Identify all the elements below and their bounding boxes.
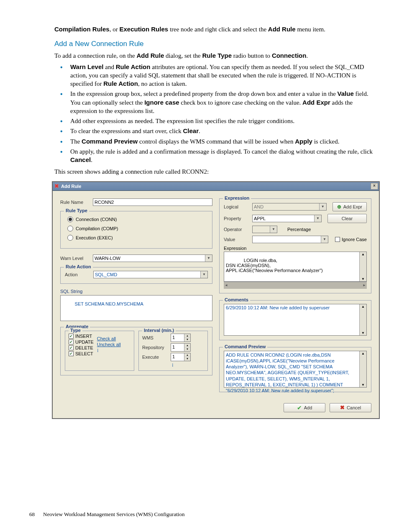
intro-paragraph: Compilation Rules, or Execution Rules tr… xyxy=(54,25,374,33)
bullet-1: Warn Level and Rule Action attributes ar… xyxy=(54,63,374,88)
type-delete[interactable]: DELETE xyxy=(69,345,94,350)
chevron-down-icon: ▼ xyxy=(200,271,207,278)
spin-down-icon: ▼ xyxy=(184,347,190,351)
checkbox-icon xyxy=(69,351,74,356)
check-icon: ✔ xyxy=(297,404,302,411)
page-footer: 68 Neoview Workload Management Services … xyxy=(29,511,374,518)
sql-string-input[interactable]: SET SCHEMA NEO.MYSCHEMA xyxy=(60,295,212,321)
page-number: 68 xyxy=(29,511,35,518)
operator-label: Operator xyxy=(224,227,249,232)
close-icon: ✖ xyxy=(340,404,345,411)
scrollbar-vertical[interactable]: ▲▼ xyxy=(359,351,366,387)
close-icon[interactable]: × xyxy=(371,183,378,190)
comments-text[interactable]: 6/29/2010 10:12 AM: New rule added by su… xyxy=(224,304,367,336)
add-expr-button[interactable]: ⊕ Add Expr xyxy=(332,202,367,211)
radio-icon xyxy=(67,216,73,222)
type-legend: Type xyxy=(69,328,82,333)
comments-group: Comments 6/29/2010 10:12 AM: New rule ad… xyxy=(219,300,371,340)
sql-string-label: SQL String xyxy=(60,289,212,294)
intro-bold2: Execution Rules xyxy=(119,26,168,33)
int-wms-spin[interactable]: 1▲▼ xyxy=(171,334,191,342)
checkbox-icon xyxy=(69,339,74,344)
logical-label: Logical xyxy=(224,204,249,209)
int-repo-label: Repository xyxy=(142,345,167,350)
rule-action-legend: Rule Action xyxy=(64,264,93,269)
interval-group: Interval (min.) WMS 1▲▼ Repository 1▲▼ xyxy=(138,331,208,371)
dotted-link[interactable]: ⁞ xyxy=(97,348,121,353)
add-button[interactable]: ✔ Add xyxy=(284,403,325,412)
section-heading: Add a New Connection Rule xyxy=(54,40,374,48)
type-select[interactable]: SELECT xyxy=(69,351,94,356)
property-select[interactable]: APPL ▼ xyxy=(252,215,322,222)
type-insert[interactable]: INSERT xyxy=(69,334,94,339)
expression-legend: Expression xyxy=(223,195,251,200)
bullet-3: Add other expressions as needed. The exp… xyxy=(54,117,374,125)
chevron-down-icon: ▼ xyxy=(205,255,212,262)
scrollbar-vertical[interactable]: ▲▼ xyxy=(359,252,366,281)
logical-select[interactable]: AND ▼ xyxy=(252,203,327,211)
int-wms-label: WMS xyxy=(142,335,167,340)
bullet-2: In the expression group box, select a pr… xyxy=(54,90,374,115)
preview-group: Command Preview ADD RULE CONN RCONN2 (LO… xyxy=(219,347,371,392)
spin-up-icon: ▲ xyxy=(184,353,190,357)
radio-icon xyxy=(67,235,73,241)
dialog-title: Add Rule xyxy=(61,184,81,189)
int-repo-spin[interactable]: 1▲▼ xyxy=(171,343,191,352)
bullet-5: The Command Preview control displays the… xyxy=(54,137,374,146)
chevron-down-icon: ▼ xyxy=(319,203,326,210)
scrollbar-horizontal[interactable]: ◄► xyxy=(224,282,367,289)
radio-icon xyxy=(67,226,73,231)
rule-type-comp[interactable]: Compilation (COMP) xyxy=(67,226,208,231)
aggregate-group: Aggregate Type INSERT UPDATE DELETE SELE… xyxy=(60,327,212,375)
value-select[interactable]: ▼ xyxy=(252,236,328,243)
action-select[interactable]: SQL_CMD ▼ xyxy=(93,271,208,278)
preview-text[interactable]: ADD RULE CONN RCONN2 (LOGIN role.dba,DSN… xyxy=(224,351,367,388)
dialog-titlebar[interactable]: ✖ Add Rule × xyxy=(53,182,379,191)
operator-select[interactable]: ▼ xyxy=(252,226,277,233)
para1: To add a connection rule, on the Add Rul… xyxy=(54,51,374,60)
bullet-6: On apply, the rule is added and a confir… xyxy=(54,147,374,164)
bullet-4: To clear the expressions and start over,… xyxy=(54,127,374,135)
uncheck-all-link[interactable]: Uncheck all xyxy=(97,342,121,347)
cancel-button[interactable]: ✖ Cancel xyxy=(330,403,371,412)
checkbox-icon xyxy=(69,334,74,339)
add-rule-dialog: ✖ Add Rule × Rule Name Rule Type Connect… xyxy=(52,181,380,419)
interval-dotted-link[interactable]: ⁞ xyxy=(172,362,174,368)
rule-name-label: Rule Name xyxy=(60,200,90,205)
interval-legend: Interval (min.) xyxy=(142,328,176,333)
intro-bold3: Add Rule xyxy=(268,26,296,33)
spin-down-icon: ▼ xyxy=(184,357,190,361)
clear-button[interactable]: Clear xyxy=(327,214,367,223)
warn-level-select[interactable]: WARN-LOW ▼ xyxy=(93,254,212,262)
int-exec-spin[interactable]: 1▲▼ xyxy=(171,353,191,361)
property-label: Property xyxy=(224,216,249,221)
warn-level-label: Warn Level xyxy=(60,256,90,261)
rule-type-exec[interactable]: Execution (EXEC) xyxy=(67,235,208,241)
checkbox-icon xyxy=(69,345,74,350)
footer-title: Neoview Workload Management Services (WM… xyxy=(43,511,184,518)
scrollbar-vertical[interactable]: ▲▼ xyxy=(359,304,366,335)
ignore-case-check[interactable]: Ignore Case xyxy=(335,237,367,242)
action-label: Action xyxy=(65,272,90,277)
expression-group: Expression Logical AND ▼ ⊕ Add Expr xyxy=(219,198,371,293)
type-group: Type INSERT UPDATE DELETE SELECT Check a… xyxy=(65,331,134,371)
intro-bold1: Compilation Rules xyxy=(54,26,110,33)
type-update[interactable]: UPDATE xyxy=(69,339,94,344)
checkbox-icon xyxy=(335,237,340,242)
chevron-down-icon: ▼ xyxy=(270,226,277,233)
expression-sub-label: Expression xyxy=(224,246,367,251)
spin-down-icon: ▼ xyxy=(184,338,190,342)
spin-up-icon: ▲ xyxy=(184,334,190,338)
int-exec-label: Execute xyxy=(142,355,167,360)
plus-icon: ⊕ xyxy=(337,204,341,210)
rule-type-conn[interactable]: Connection (CONN) xyxy=(67,216,208,222)
rule-name-input[interactable] xyxy=(93,198,212,206)
chevron-down-icon: ▼ xyxy=(314,215,321,222)
comments-legend: Comments xyxy=(223,297,250,302)
value-label: Value xyxy=(224,237,249,242)
expression-text[interactable]: LOGIN role.dba, DSN iCASE(myDSN), APPL i… xyxy=(224,252,367,282)
rule-action-group: Rule Action Action SQL_CMD ▼ xyxy=(60,267,212,284)
check-all-link[interactable]: Check all xyxy=(97,336,121,341)
preview-legend: Command Preview xyxy=(223,344,267,349)
spin-up-icon: ▲ xyxy=(184,344,190,348)
